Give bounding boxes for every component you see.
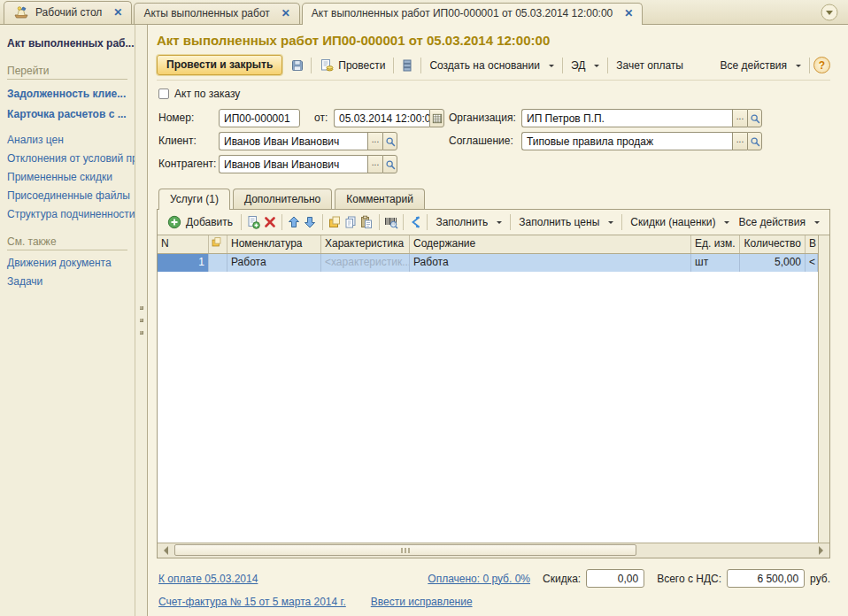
help-button[interactable]: ? [813, 57, 830, 73]
sidebar-item-doc-movements[interactable]: Движения документа [7, 257, 131, 269]
select-button[interactable]: ... [367, 132, 382, 150]
col-header-unit[interactable]: Ед. изм. [691, 235, 740, 253]
payment-offset-button[interactable]: Зачет оплаты [612, 57, 688, 74]
row-characteristic-cell[interactable]: <характеристик... [321, 254, 410, 272]
scroll-left-button[interactable] [158, 543, 173, 558]
select-button[interactable]: ... [367, 155, 382, 173]
nav-current-item[interactable]: Акт выполненных раб... [7, 37, 131, 50]
row-cut-cell[interactable]: < [806, 254, 818, 272]
fill-menu-button[interactable]: Заполнить [431, 213, 506, 231]
horizontal-scrollbar[interactable] [158, 543, 829, 558]
row-lock-cell[interactable] [209, 254, 227, 272]
add-row-button[interactable]: Добавить [163, 212, 237, 232]
register-records-icon [400, 58, 414, 73]
sidebar-item-attached-files[interactable]: Присоединенные файлы [7, 189, 131, 202]
number-input[interactable]: ИП00-000001 [219, 109, 300, 127]
divider [379, 214, 380, 230]
change-mode-button[interactable] [407, 213, 423, 231]
tab-acts-list[interactable]: Акты выполненных работ ✕ [134, 3, 299, 24]
ed-menu-button[interactable]: ЭД [567, 57, 604, 74]
tab-services[interactable]: Услуги (1) [158, 189, 230, 210]
col-header-lock[interactable] [209, 235, 227, 253]
row-content-cell[interactable]: Работа [410, 254, 691, 272]
col-header-nomenclature[interactable]: Номенклатура [227, 235, 321, 253]
open-button[interactable] [747, 109, 762, 127]
select-button[interactable]: ... [732, 132, 747, 150]
scrollbar-track[interactable] [173, 543, 814, 558]
counterparty-input[interactable]: Иванов Иван Иванович [219, 155, 367, 173]
total-label: Всего с НДС: [657, 573, 721, 585]
select-button[interactable]: ... [732, 109, 747, 127]
act-by-order-checkbox[interactable] [158, 89, 169, 99]
close-icon[interactable]: ✕ [281, 7, 290, 19]
open-button[interactable] [382, 132, 397, 150]
client-input[interactable]: Иванов Иван Иванович [219, 132, 367, 150]
close-icon[interactable]: ✕ [113, 6, 122, 19]
row-unit-cell[interactable]: шт [691, 254, 740, 272]
agreement-input[interactable]: Типовые правила продаж [521, 132, 732, 150]
calendar-button[interactable] [429, 109, 444, 127]
sidebar-item-subordination[interactable]: Структура подчиненности [7, 208, 131, 220]
tab-desktop[interactable]: Рабочий стол ✕ [4, 1, 132, 24]
col-header-cut[interactable]: В [806, 235, 818, 253]
divider [621, 214, 622, 230]
row-quantity-cell[interactable]: 5,000 [740, 254, 806, 272]
vertical-scrollbar[interactable] [818, 235, 829, 543]
move-down-button[interactable] [302, 213, 318, 231]
sidebar-item-price-analysis[interactable]: Анализ цен [7, 134, 131, 146]
delete-row-button[interactable] [261, 213, 277, 231]
enter-correction-link[interactable]: Ввести исправление [371, 596, 473, 608]
document-movements-button[interactable] [397, 57, 417, 74]
close-icon[interactable]: ✕ [624, 7, 633, 19]
sidebar-item-tasks[interactable]: Задачи [7, 275, 131, 288]
end-edit-button[interactable] [327, 213, 343, 231]
discounts-menu-button[interactable]: Скидки (наценки) [626, 213, 734, 231]
tab-label: Рабочий стол [35, 6, 102, 19]
table-row[interactable]: 1 Работа <характеристик... Работа шт 5,0… [158, 254, 818, 272]
invoice-link[interactable]: Счет-фактура № 15 от 5 марта 2014 г. [158, 596, 346, 608]
fill-prices-menu-button[interactable]: Заполнить цены [514, 213, 618, 231]
magnifier-icon [385, 136, 396, 147]
open-button[interactable] [382, 155, 397, 173]
all-actions-button[interactable]: Все действия [716, 57, 806, 74]
copy-row-button[interactable] [245, 213, 261, 231]
copy-button[interactable] [343, 213, 358, 231]
splitter-handle[interactable] [135, 25, 148, 616]
sidebar-item-debt[interactable]: Задолженность клие... [7, 88, 131, 100]
col-header-n[interactable]: N [158, 235, 209, 253]
tab-additional[interactable]: Дополнительно [233, 189, 332, 209]
delete-icon [263, 215, 277, 229]
date-input[interactable]: 05.03.2014 12:00:00 [334, 109, 429, 127]
grid-all-actions-button[interactable]: Все действия [734, 213, 823, 231]
add-copy-icon [246, 215, 260, 229]
tab-list-button[interactable] [820, 3, 839, 22]
scroll-right-button[interactable] [814, 543, 829, 558]
paste-button[interactable] [358, 213, 374, 231]
tab-comment[interactable]: Комментарий [335, 189, 425, 209]
sidebar-item-deviations[interactable]: Отклонения от условий пр... [7, 152, 131, 165]
post-button[interactable]: Провести [315, 56, 389, 75]
table-empty-area[interactable] [158, 272, 818, 543]
organization-input[interactable]: ИП Петров П.П. [521, 109, 732, 127]
total-input[interactable]: 6 500,00 [727, 569, 805, 588]
create-based-on-button[interactable]: Создать на основании [425, 57, 559, 74]
col-header-content[interactable]: Содержание [410, 235, 691, 253]
tab-act-document[interactable]: Акт выполненных работ ИП00-000001 от 05.… [302, 3, 643, 25]
save-button[interactable] [288, 57, 307, 74]
sidebar-item-applied-discounts[interactable]: Примененные скидки [7, 171, 131, 183]
sidebar-item-settlement-card[interactable]: Карточка расчетов с ... [7, 108, 131, 120]
checkbox-label: Акт по заказу [174, 88, 240, 100]
row-nomenclature-cell[interactable]: Работа [227, 254, 321, 272]
discount-input[interactable]: 0,00 [586, 569, 644, 588]
page-tabstrip: Услуги (1) Дополнительно Комментарий [157, 189, 830, 209]
move-up-button[interactable] [286, 213, 302, 231]
row-number-cell[interactable]: 1 [158, 254, 209, 272]
post-and-close-button[interactable]: Провести и закрыть [157, 55, 282, 75]
barcode-scan-button[interactable] [383, 213, 399, 231]
col-header-quantity[interactable]: Количество [740, 235, 806, 253]
open-button[interactable] [747, 132, 762, 150]
scrollbar-thumb[interactable] [174, 544, 636, 556]
col-header-characteristic[interactable]: Характеристика [321, 235, 410, 253]
pay-date-link[interactable]: К оплате 05.03.2014 [158, 573, 258, 585]
paid-status-link[interactable]: Оплачено: 0 руб. 0% [428, 573, 530, 585]
